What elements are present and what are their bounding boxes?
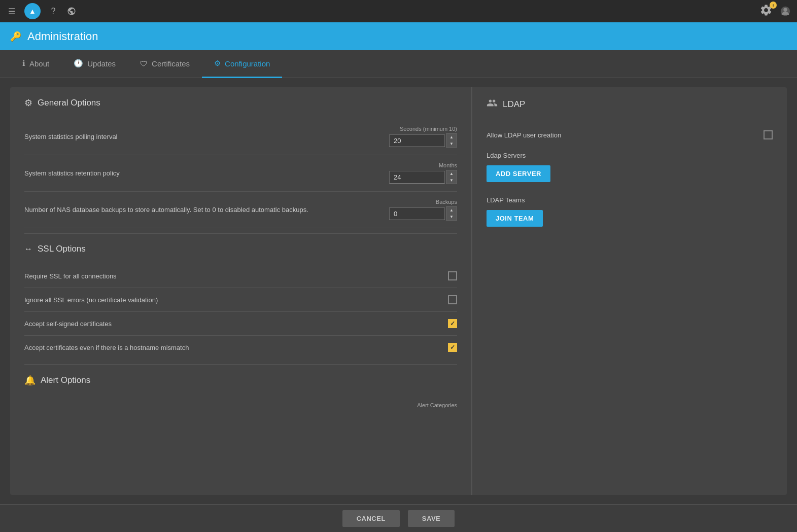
admin-header: 🔑 Administration	[0, 22, 797, 50]
save-button[interactable]: SAVE	[408, 510, 455, 527]
ssl-self-signed-label: Accept self-signed certificates	[24, 320, 448, 328]
alert-options-header: 🔔 Alert Options	[24, 375, 457, 386]
bottom-bar: CANCEL SAVE	[0, 504, 797, 532]
alert-divider	[24, 364, 457, 365]
ssl-require-row: Require SSL for all connections	[24, 264, 457, 288]
ssl-section: ↔ SSL Options Require SSL for all connec…	[24, 244, 457, 359]
general-options-header: ⚙ General Options	[24, 97, 457, 109]
retention-policy-row: System statistics retention policy Month…	[24, 155, 457, 192]
backups-label: Number of NAS database backups to store …	[24, 206, 389, 214]
tab-configuration-label: Configuration	[225, 59, 270, 68]
tab-updates[interactable]: 🕐 Updates	[61, 50, 128, 78]
ldap-allow-creation-checkbox[interactable]	[764, 130, 773, 139]
tools-icon[interactable]	[66, 6, 77, 17]
tab-bar: ℹ About 🕐 Updates 🛡 Certificates ⚙ Confi…	[0, 50, 797, 78]
retention-spinner-btns: ▲ ▼	[446, 170, 457, 184]
general-options-title: General Options	[38, 98, 100, 108]
retention-down-btn[interactable]: ▼	[446, 177, 457, 184]
polling-down-btn[interactable]: ▼	[446, 140, 457, 147]
ssl-require-checkbox[interactable]	[448, 271, 457, 280]
admin-title: Administration	[27, 30, 98, 43]
tab-certificates-label: Certificates	[152, 59, 190, 68]
main-content: ⚙ General Options System statistics poll…	[0, 78, 797, 504]
add-server-button[interactable]: ADD SERVER	[487, 165, 550, 182]
app-logo[interactable]: ▲	[24, 3, 41, 19]
retention-input[interactable]	[389, 171, 445, 184]
alert-icon: 🔔	[24, 375, 36, 386]
ssl-hostname-row: Accept certificates even if there is a h…	[24, 336, 457, 359]
gear-badge[interactable]: i	[759, 4, 775, 19]
avatar-icon[interactable]	[780, 6, 791, 17]
backups-down-btn[interactable]: ▼	[446, 214, 457, 220]
ldap-teams-section: LDAP Teams JOIN TEAM	[487, 196, 773, 227]
right-section: LDAP Allow LDAP user creation Ldap Serve…	[472, 87, 787, 495]
backups-input-group: Backups ▲ ▼	[389, 199, 457, 221]
alert-options-title: Alert Options	[41, 375, 90, 385]
ssl-ignore-row: Ignore all SSL errors (no certificate va…	[24, 288, 457, 312]
polling-interval-input-group: Seconds (minimum 10) ▲ ▼	[389, 126, 457, 148]
help-icon[interactable]: ?	[48, 6, 59, 17]
key-icon: 🔑	[10, 31, 21, 42]
menu-icon[interactable]: ☰	[6, 6, 17, 17]
ldap-servers-label: Ldap Servers	[487, 152, 773, 159]
left-section: ⚙ General Options System statistics poll…	[10, 87, 472, 495]
polling-spinner-btns: ▲ ▼	[446, 133, 457, 148]
polling-hint: Seconds (minimum 10)	[400, 126, 457, 132]
ssl-hostname-checkbox[interactable]	[448, 343, 457, 352]
tab-configuration[interactable]: ⚙ Configuration	[202, 50, 282, 78]
updates-icon: 🕐	[74, 59, 83, 68]
retention-input-group: Months ▲ ▼	[389, 162, 457, 184]
tab-about[interactable]: ℹ About	[10, 50, 61, 78]
ssl-options-title: SSL Options	[38, 244, 86, 254]
svg-point-1	[783, 8, 787, 12]
certificates-icon: 🛡	[140, 59, 148, 68]
ldap-allow-creation-row: Allow LDAP user creation	[487, 123, 773, 147]
content-panel: ⚙ General Options System statistics poll…	[10, 87, 787, 495]
configuration-icon: ⚙	[214, 59, 221, 68]
polling-spinner: ▲ ▼	[389, 133, 457, 148]
backups-hint: Backups	[436, 199, 457, 205]
tab-about-label: About	[29, 59, 49, 68]
tab-updates-label: Updates	[87, 59, 116, 68]
polling-interval-row: System statistics polling interval Secon…	[24, 119, 457, 155]
ssl-ignore-label: Ignore all SSL errors (no certificate va…	[24, 296, 448, 304]
cancel-button[interactable]: CANCEL	[342, 510, 400, 527]
retention-hint: Months	[439, 162, 457, 168]
backups-up-btn[interactable]: ▲	[446, 207, 457, 214]
top-bar-right: i	[759, 4, 791, 19]
ssl-self-signed-row: Accept self-signed certificates	[24, 312, 457, 336]
ssl-ignore-checkbox[interactable]	[448, 295, 457, 304]
ldap-icon	[487, 97, 498, 111]
ldap-title: LDAP	[503, 99, 525, 110]
backups-input[interactable]	[389, 207, 445, 220]
ssl-icon: ↔	[24, 244, 32, 254]
ssl-require-label: Require SSL for all connections	[24, 272, 448, 280]
about-icon: ℹ	[22, 59, 25, 68]
alert-section: 🔔 Alert Options Alert Categories	[24, 375, 457, 409]
general-options-icon: ⚙	[24, 97, 32, 109]
retention-spinner: ▲ ▼	[389, 170, 457, 184]
ldap-servers-section: Ldap Servers ADD SERVER	[487, 152, 773, 182]
retention-policy-label: System statistics retention policy	[24, 169, 389, 177]
tab-certificates[interactable]: 🛡 Certificates	[128, 50, 202, 78]
top-bar: ☰ ▲ ? i	[0, 0, 797, 22]
backups-row: Number of NAS database backups to store …	[24, 192, 457, 228]
backups-spinner-btns: ▲ ▼	[446, 206, 457, 221]
alert-categories-hint: Alert Categories	[417, 402, 457, 408]
polling-interval-label: System statistics polling interval	[24, 133, 389, 140]
join-team-button[interactable]: JOIN TEAM	[487, 210, 543, 227]
polling-up-btn[interactable]: ▲	[446, 134, 457, 140]
ssl-options-header: ↔ SSL Options	[24, 244, 457, 254]
retention-up-btn[interactable]: ▲	[446, 170, 457, 177]
ldap-allow-creation-label: Allow LDAP user creation	[487, 131, 764, 139]
ldap-teams-label: LDAP Teams	[487, 196, 773, 204]
ssl-divider	[24, 233, 457, 234]
notification-badge: i	[770, 2, 777, 9]
backups-spinner: ▲ ▼	[389, 206, 457, 221]
polling-input[interactable]	[389, 134, 445, 147]
ldap-header: LDAP	[487, 97, 773, 111]
ssl-self-signed-checkbox[interactable]	[448, 319, 457, 328]
ssl-hostname-label: Accept certificates even if there is a h…	[24, 344, 448, 351]
